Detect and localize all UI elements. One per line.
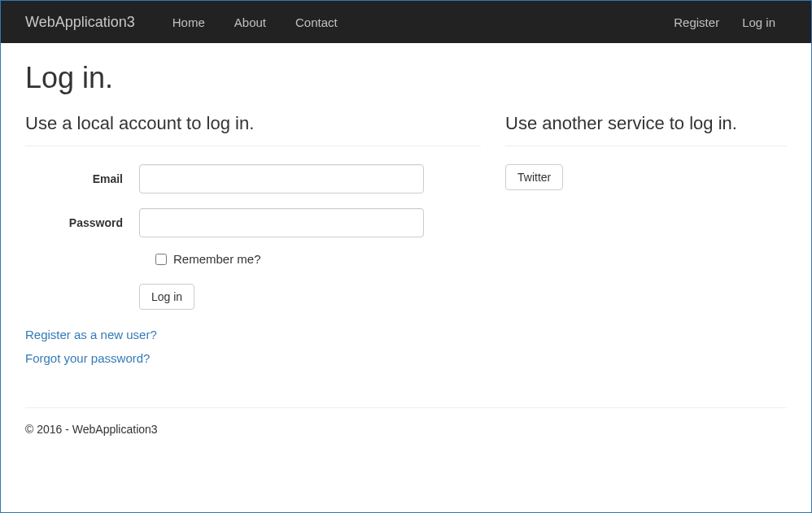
external-divider — [505, 146, 787, 146]
local-divider — [25, 146, 481, 146]
nav-home[interactable]: Home — [158, 15, 220, 29]
navbar-right: Register Log in — [662, 15, 787, 29]
columns: Use a local account to log in. Email Pas… — [25, 113, 787, 375]
navbar-left: WebApplication3 Home About Contact — [25, 14, 352, 31]
submit-row: Log in — [139, 284, 481, 310]
login-button[interactable]: Log in — [139, 284, 194, 310]
nav-login[interactable]: Log in — [731, 15, 787, 29]
password-label: Password — [25, 216, 139, 229]
main-container: Log in. Use a local account to log in. E… — [1, 43, 811, 393]
email-label: Email — [25, 172, 139, 185]
twitter-button[interactable]: Twitter — [505, 164, 563, 190]
remember-checkbox[interactable] — [155, 254, 167, 265]
external-login-section: Use another service to log in. Twitter — [505, 113, 787, 375]
nav-about[interactable]: About — [220, 15, 281, 29]
register-new-user-link[interactable]: Register as a new user? — [25, 328, 157, 341]
remember-label: Remember me? — [173, 252, 261, 266]
local-login-section: Use a local account to log in. Email Pas… — [25, 113, 481, 375]
navbar: WebApplication3 Home About Contact Regis… — [1, 1, 811, 43]
register-link-row: Register as a new user? — [25, 328, 481, 341]
forgot-link-row: Forgot your password? — [25, 351, 481, 365]
page-title: Log in. — [25, 61, 787, 95]
forgot-password-link[interactable]: Forgot your password? — [25, 351, 150, 365]
local-login-heading: Use a local account to log in. — [25, 113, 481, 134]
remember-row: Remember me? — [155, 252, 481, 266]
external-providers: Twitter — [505, 164, 787, 190]
password-row: Password — [25, 208, 481, 237]
navbar-brand[interactable]: WebApplication3 — [25, 14, 135, 31]
nav-register[interactable]: Register — [662, 15, 731, 29]
footer: © 2016 - WebApplication3 — [1, 408, 811, 450]
password-field[interactable] — [139, 208, 424, 237]
external-login-heading: Use another service to log in. — [505, 113, 787, 134]
nav-contact[interactable]: Contact — [281, 15, 352, 29]
email-row: Email — [25, 164, 481, 193]
footer-text: © 2016 - WebApplication3 — [25, 423, 158, 436]
email-field[interactable] — [139, 164, 424, 193]
